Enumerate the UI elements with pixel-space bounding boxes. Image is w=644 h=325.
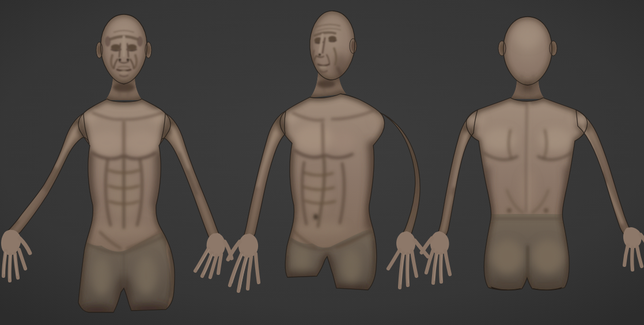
sculpt-viewport[interactable] [0, 0, 644, 325]
sculpt-canvas[interactable] [0, 0, 644, 325]
